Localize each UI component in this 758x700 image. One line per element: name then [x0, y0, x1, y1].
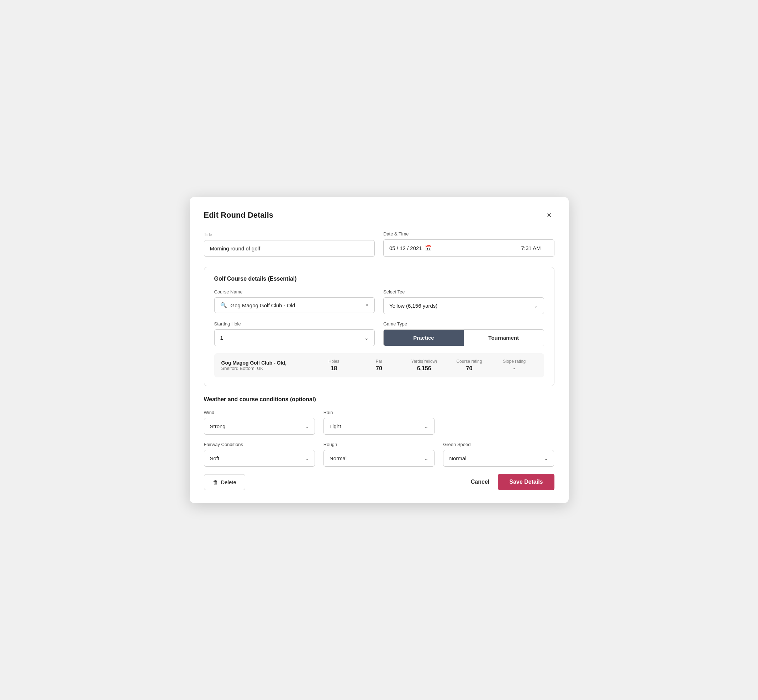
- starting-hole-dropdown[interactable]: 1 ⌄: [214, 330, 375, 346]
- rough-label: Rough: [324, 442, 434, 447]
- cancel-button[interactable]: Cancel: [471, 479, 489, 485]
- practice-button[interactable]: Practice: [384, 330, 464, 346]
- golf-course-title: Golf Course details (Essential): [214, 276, 544, 282]
- wind-value: Strong: [210, 423, 226, 429]
- rating-label: Course rating: [446, 359, 492, 364]
- rain-value: Light: [329, 423, 341, 429]
- edit-round-modal: Edit Round Details × Title Date & Time 0…: [190, 197, 568, 503]
- course-location: Shelford Bottom, UK: [221, 366, 312, 371]
- course-name-group: Course Name 🔍 ×: [214, 289, 375, 314]
- title-input[interactable]: [204, 240, 375, 257]
- datetime-label: Date & Time: [383, 231, 554, 236]
- par-label: Par: [357, 359, 402, 364]
- green-speed-dropdown[interactable]: Normal ⌄: [443, 450, 554, 467]
- modal-header: Edit Round Details ×: [204, 210, 554, 220]
- fairway-group: Fairway Conditions Soft ⌄: [204, 442, 315, 467]
- delete-label: Delete: [221, 479, 236, 485]
- wind-label: Wind: [204, 410, 315, 415]
- game-type-label: Game Type: [383, 321, 544, 327]
- yards-label: Yards(Yellow): [401, 359, 446, 364]
- starting-hole-group: Starting Hole 1 ⌄: [214, 321, 375, 346]
- game-type-group: Game Type Practice Tournament: [383, 321, 544, 346]
- datetime-group: Date & Time 05 / 12 / 2021 📅 7:31 AM: [383, 231, 554, 257]
- trash-icon: 🗑: [213, 479, 218, 485]
- top-row: Title Date & Time 05 / 12 / 2021 📅 7:31 …: [204, 231, 554, 257]
- fairway-value: Soft: [210, 455, 219, 461]
- save-button[interactable]: Save Details: [498, 474, 554, 490]
- time-value: 7:31 AM: [521, 245, 540, 251]
- rain-label: Rain: [324, 410, 434, 415]
- course-name-input[interactable]: [230, 302, 362, 308]
- calendar-icon: 📅: [425, 245, 432, 252]
- green-speed-value: Normal: [449, 455, 466, 461]
- game-type-toggle: Practice Tournament: [383, 330, 544, 346]
- course-name-input-wrap[interactable]: 🔍 ×: [214, 297, 375, 313]
- time-field[interactable]: 7:31 AM: [508, 240, 554, 256]
- select-tee-dropdown[interactable]: Yellow (6,156 yards) ⌄: [383, 297, 544, 314]
- holes-label: Holes: [312, 359, 357, 364]
- yards-value: 6,156: [401, 365, 446, 372]
- footer-right: Cancel Save Details: [471, 474, 554, 490]
- green-speed-group: Green Speed Normal ⌄: [443, 442, 554, 467]
- holes-stat: Holes 18: [312, 359, 357, 372]
- fairway-label: Fairway Conditions: [204, 442, 315, 447]
- chevron-down-icon-6: ⌄: [424, 456, 429, 461]
- starting-hole-label: Starting Hole: [214, 321, 375, 327]
- chevron-down-icon-3: ⌄: [305, 423, 309, 429]
- starting-hole-value: 1: [220, 335, 223, 341]
- course-info-name: Gog Magog Golf Club - Old, Shelford Bott…: [221, 360, 312, 371]
- course-name-main: Gog Magog Golf Club - Old,: [221, 360, 312, 366]
- chevron-down-icon-4: ⌄: [424, 423, 429, 429]
- chevron-down-icon-7: ⌄: [544, 456, 548, 461]
- wind-rain-row: Wind Strong ⌄ Rain Light ⌄: [204, 410, 554, 434]
- par-value: 70: [357, 365, 402, 372]
- delete-button[interactable]: 🗑 Delete: [204, 474, 245, 490]
- course-info-box: Gog Magog Golf Club - Old, Shelford Bott…: [214, 353, 544, 377]
- select-tee-value: Yellow (6,156 yards): [389, 303, 437, 309]
- select-tee-group: Select Tee Yellow (6,156 yards) ⌄: [383, 289, 544, 314]
- yards-stat: Yards(Yellow) 6,156: [401, 359, 446, 372]
- rough-dropdown[interactable]: Normal ⌄: [324, 450, 434, 467]
- par-stat: Par 70: [357, 359, 402, 372]
- slope-label: Slope rating: [492, 359, 537, 364]
- rough-value: Normal: [329, 455, 347, 461]
- chevron-down-icon: ⌄: [534, 303, 538, 309]
- holes-value: 18: [312, 365, 357, 372]
- date-field[interactable]: 05 / 12 / 2021 📅: [384, 240, 508, 256]
- green-speed-label: Green Speed: [443, 442, 554, 447]
- weather-section: Weather and course conditions (optional)…: [204, 396, 554, 467]
- rain-dropdown[interactable]: Light ⌄: [324, 418, 434, 434]
- date-value: 05 / 12 / 2021: [389, 245, 422, 251]
- title-label: Title: [204, 232, 375, 237]
- close-button[interactable]: ×: [544, 210, 554, 220]
- wind-group: Wind Strong ⌄: [204, 410, 315, 434]
- chevron-down-icon-2: ⌄: [365, 335, 369, 341]
- slope-value: -: [492, 365, 537, 372]
- title-group: Title: [204, 232, 375, 257]
- slope-stat: Slope rating -: [492, 359, 537, 372]
- wind-dropdown[interactable]: Strong ⌄: [204, 418, 315, 434]
- chevron-down-icon-5: ⌄: [305, 456, 309, 461]
- fairway-dropdown[interactable]: Soft ⌄: [204, 450, 315, 467]
- rating-stat: Course rating 70: [446, 359, 492, 372]
- golf-course-section: Golf Course details (Essential) Course N…: [204, 267, 554, 386]
- spacer: [443, 410, 554, 434]
- search-icon: 🔍: [220, 302, 227, 308]
- tournament-button[interactable]: Tournament: [464, 330, 544, 346]
- weather-section-title: Weather and course conditions (optional): [204, 396, 554, 403]
- rain-group: Rain Light ⌄: [324, 410, 434, 434]
- footer-row: 🗑 Delete Cancel Save Details: [204, 474, 554, 490]
- hole-gametype-row: Starting Hole 1 ⌄ Game Type Practice Tou…: [214, 321, 544, 346]
- clear-icon[interactable]: ×: [365, 302, 369, 308]
- fairway-rough-green-row: Fairway Conditions Soft ⌄ Rough Normal ⌄…: [204, 442, 554, 467]
- rough-group: Rough Normal ⌄: [324, 442, 434, 467]
- rating-value: 70: [446, 365, 492, 372]
- datetime-row: 05 / 12 / 2021 📅 7:31 AM: [383, 239, 554, 257]
- modal-title: Edit Round Details: [204, 211, 274, 220]
- select-tee-label: Select Tee: [383, 289, 544, 295]
- course-name-label: Course Name: [214, 289, 375, 295]
- course-name-tee-row: Course Name 🔍 × Select Tee Yellow (6,156…: [214, 289, 544, 314]
